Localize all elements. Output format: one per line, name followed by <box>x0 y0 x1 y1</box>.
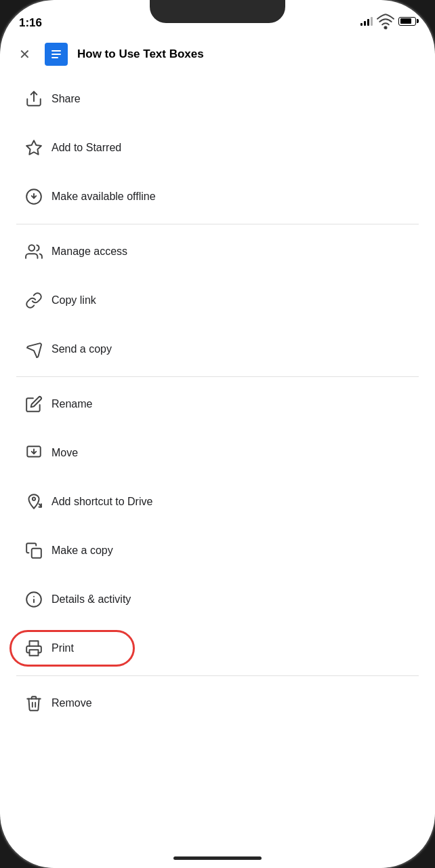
share-label: Share <box>51 92 81 105</box>
send-copy-label: Send a copy <box>51 342 112 355</box>
signal-icon <box>360 16 373 26</box>
move-icon <box>16 444 51 462</box>
menu-item-send-copy[interactable]: Send a copy <box>0 325 435 374</box>
svg-point-8 <box>33 498 35 500</box>
divider-3 <box>16 675 419 676</box>
link-icon <box>16 292 51 309</box>
close-button[interactable]: ✕ <box>14 43 35 65</box>
menu-item-share[interactable]: Share <box>0 75 435 123</box>
manage-access-label: Manage access <box>51 245 127 258</box>
info-icon <box>16 591 51 608</box>
phone-frame: 1:16 <box>0 0 435 868</box>
menu-item-copy-link[interactable]: Copy link <box>0 276 435 325</box>
starred-label: Add to Starred <box>51 141 121 154</box>
menu-item-move[interactable]: Move <box>0 429 435 477</box>
wifi-icon <box>377 12 394 30</box>
star-icon <box>16 139 51 157</box>
menu-item-add-shortcut[interactable]: Add shortcut to Drive <box>0 477 435 526</box>
menu-item-print[interactable]: Print <box>0 624 435 673</box>
svg-rect-12 <box>32 549 41 558</box>
notch <box>150 0 285 23</box>
doc-icon <box>45 43 68 66</box>
divider-2 <box>16 376 419 377</box>
menu-item-rename[interactable]: Rename <box>0 380 435 429</box>
doc-icon-lines <box>51 50 61 58</box>
send-icon <box>16 340 51 358</box>
people-icon <box>16 243 51 260</box>
menu-item-make-copy[interactable]: Make a copy <box>0 526 435 575</box>
copy-link-label: Copy link <box>51 294 96 307</box>
menu-item-details[interactable]: Details & activity <box>0 575 435 624</box>
copy-icon <box>16 542 51 559</box>
menu-item-offline[interactable]: Make available offline <box>0 172 435 221</box>
status-icons <box>360 12 416 30</box>
shortcut-icon <box>16 493 51 511</box>
add-shortcut-label: Add shortcut to Drive <box>51 495 152 508</box>
home-indicator <box>173 856 262 860</box>
battery-icon <box>398 17 416 26</box>
trash-icon <box>16 694 51 712</box>
menu-list: Share Add to Starred <box>0 75 435 868</box>
svg-rect-16 <box>30 650 39 656</box>
details-label: Details & activity <box>51 593 131 606</box>
menu-item-remove[interactable]: Remove <box>0 679 435 728</box>
header: ✕ How to Use Text Boxes <box>0 34 435 75</box>
svg-point-5 <box>28 245 35 251</box>
svg-point-0 <box>384 26 386 28</box>
move-label: Move <box>51 446 78 459</box>
share-icon <box>16 90 51 108</box>
pencil-icon <box>16 395 51 413</box>
remove-label: Remove <box>51 696 92 709</box>
svg-marker-2 <box>26 140 41 155</box>
make-copy-label: Make a copy <box>51 544 113 557</box>
menu-item-starred[interactable]: Add to Starred <box>0 123 435 172</box>
close-icon: ✕ <box>19 46 30 62</box>
rename-label: Rename <box>51 397 92 410</box>
offline-icon <box>16 188 51 205</box>
divider-1 <box>16 224 419 224</box>
print-label: Print <box>51 642 74 654</box>
print-icon <box>16 639 51 657</box>
offline-label: Make available offline <box>51 190 156 203</box>
screen: 1:16 <box>0 0 435 868</box>
menu-item-manage-access[interactable]: Manage access <box>0 227 435 276</box>
header-title: How to Use Text Boxes <box>77 47 421 61</box>
